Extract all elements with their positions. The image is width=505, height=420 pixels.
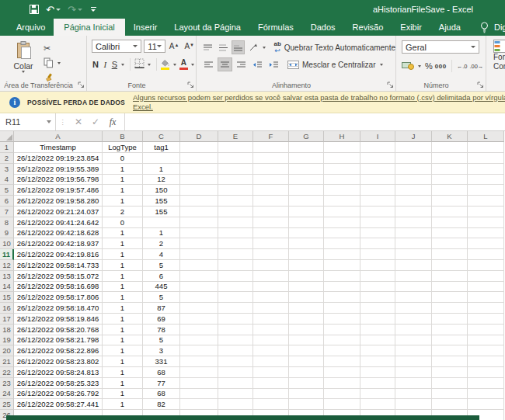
cell-empty[interactable] [395,303,432,314]
column-header[interactable]: E [218,131,253,142]
cell-empty[interactable] [324,153,360,164]
align-center-button[interactable] [218,57,232,71]
cell-empty[interactable] [395,249,432,260]
row-header[interactable]: 12 [0,260,14,271]
row-header[interactable]: 6 [0,196,14,207]
row-header[interactable]: 14 [0,281,14,292]
italic-button[interactable]: I [101,59,109,70]
column-header[interactable]: A [14,131,103,142]
cell-empty[interactable] [432,174,468,185]
cell-empty[interactable] [218,378,253,389]
cell-empty[interactable] [253,227,289,238]
cell-empty[interactable] [468,356,504,367]
merge-center-button[interactable]: Mesclar e Centralizar [287,61,385,69]
cell-empty[interactable] [360,335,395,345]
clipboard-dialog-launcher-icon[interactable] [78,82,85,89]
row-header[interactable]: 18 [0,325,14,335]
cell-timestamp[interactable]: 26/12/2022 09:58:26.792 [14,388,103,399]
cell-timestamp[interactable]: 26/12/2022 09:58:17.806 [14,292,103,303]
insert-function-button[interactable]: fx [104,116,121,128]
cell-empty[interactable] [218,249,253,260]
cell-empty[interactable] [324,367,360,378]
cell-empty[interactable] [432,399,468,410]
number-format-combo[interactable]: Geral [402,40,479,54]
cell-tag1[interactable]: 5 [143,335,180,345]
cell-logtype[interactable]: 1 [103,238,143,249]
cell-empty[interactable] [395,367,432,378]
cell-timestamp[interactable]: 26/12/2022 09:21:24.037 [14,207,103,217]
cell-empty[interactable] [253,196,289,207]
cell-empty[interactable] [395,174,432,185]
fill-color-button[interactable] [161,60,170,70]
cell-empty[interactable] [432,164,468,175]
align-top-button[interactable] [201,40,214,54]
cell-timestamp[interactable]: 26/12/2022 09:58:18.470 [14,303,103,314]
cell-empty[interactable] [468,238,504,249]
cell-empty[interactable] [468,292,504,303]
cell-empty[interactable] [180,356,218,367]
cut-button[interactable]: ✂ [44,43,62,54]
align-left-button[interactable] [201,57,216,71]
tell-me-box[interactable]: Diga-me o que você deseja fazer [480,19,505,36]
message-bar-link-line2[interactable]: Excel. [133,102,505,112]
cell-empty[interactable] [324,271,360,282]
cell-empty[interactable] [395,260,432,271]
formula-input[interactable] [125,113,505,130]
cell-tag1[interactable]: 12 [143,174,180,185]
cell-tag1[interactable]: 155 [143,196,180,207]
cell-tag1[interactable]: 150 [143,185,180,196]
cell-empty[interactable] [180,281,218,292]
cell-empty[interactable] [289,185,324,196]
cell-empty[interactable] [289,238,324,249]
cell-empty[interactable] [468,260,504,271]
cell-tag1[interactable]: 68 [143,367,180,378]
cell-empty[interactable] [253,356,289,367]
cell-empty[interactable] [289,174,324,185]
cell-empty[interactable] [180,271,218,282]
cell-empty[interactable] [468,227,504,238]
cell-empty[interactable] [468,314,504,325]
row-header[interactable]: 9 [0,227,14,238]
cell-empty[interactable] [180,142,218,153]
cell-timestamp[interactable]: 26/12/2022 09:58:15.072 [14,271,103,282]
cell-empty[interactable] [432,185,468,196]
cell-empty[interactable] [253,314,289,325]
cell-empty[interactable] [289,292,324,303]
cell-timestamp[interactable]: 26/12/2022 09:58:14.733 [14,260,103,271]
column-header[interactable]: B [103,131,143,142]
row-header[interactable]: 10 [0,238,14,249]
row-header[interactable]: 22 [0,367,14,378]
cell-empty[interactable] [218,153,253,164]
cell-empty[interactable] [432,325,468,335]
cell-empty[interactable] [253,174,289,185]
cell-empty[interactable] [180,174,218,185]
cell-empty[interactable] [360,399,395,410]
cell-empty[interactable] [218,238,253,249]
cell-empty[interactable] [180,238,218,249]
cell-empty[interactable] [218,271,253,282]
cell-empty[interactable] [180,303,218,314]
cell-empty[interactable] [289,335,324,345]
cell-empty[interactable] [218,174,253,185]
cell-empty[interactable] [468,281,504,292]
column-header[interactable]: F [253,131,289,142]
font-family-combo[interactable]: Calibri [92,40,141,53]
cell-empty[interactable] [468,303,504,314]
cell-empty[interactable] [324,345,360,356]
cell-logtype[interactable]: 1 [103,249,143,260]
cell-empty[interactable] [395,238,432,249]
cell-empty[interactable] [324,227,360,238]
cell-empty[interactable] [432,388,468,399]
cell-logtype[interactable]: 1 [103,303,143,314]
borders-button[interactable] [134,57,145,71]
cell-tag1[interactable]: 4 [143,249,180,260]
cell-empty[interactable] [253,153,289,164]
underline-dropdown-icon[interactable] [121,64,124,66]
cell-empty[interactable] [218,303,253,314]
cell-empty[interactable] [253,303,289,314]
cell-empty[interactable] [432,303,468,314]
cell-empty[interactable] [432,345,468,356]
cell-logtype[interactable]: 1 [103,196,143,207]
cell-tag1[interactable]: 69 [143,314,180,325]
cell-tag1[interactable]: 87 [143,303,180,314]
